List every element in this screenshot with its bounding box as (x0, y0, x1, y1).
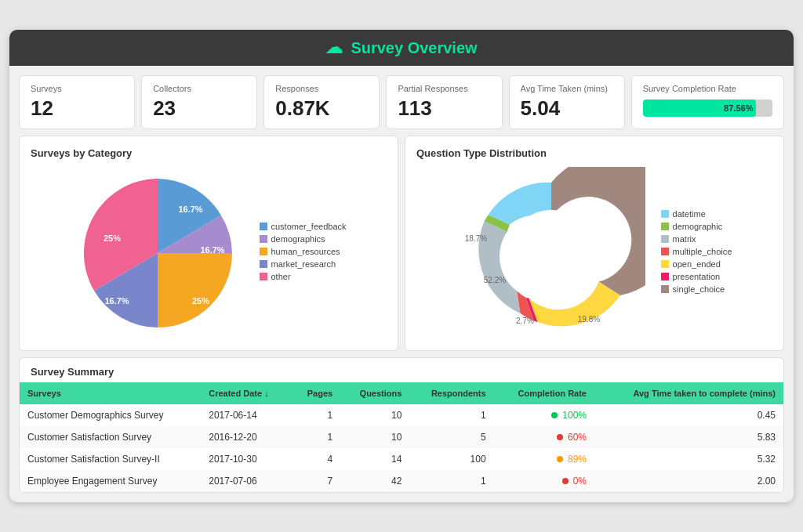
donut-legend: datetimedemographicmatrixmultiple_choice… (661, 209, 732, 297)
table-title: Survey Summary (20, 358, 783, 382)
metric-card-4: Avg Time Taken (mins)5.04 (509, 75, 625, 129)
legend-color (260, 235, 267, 243)
svg-text:16.7%: 16.7% (200, 245, 224, 255)
table-cell-3-2: 7 (291, 470, 340, 492)
table-cell-0-3: 10 (340, 404, 409, 426)
legend-color (661, 235, 669, 243)
table-cell-3-4: 1 (409, 470, 493, 492)
table-cell-1-3: 10 (340, 426, 409, 448)
legend-label: demographic (673, 222, 723, 231)
svg-text:25%: 25% (103, 233, 120, 243)
table-cell-2-4: 100 (409, 448, 493, 470)
legend-color (260, 260, 267, 268)
table-cell-0-5: 100% (494, 404, 594, 426)
table-header-3: Questions (340, 382, 409, 404)
progress-bar-container: 87.56% (643, 100, 772, 117)
legend-label: datetime (673, 209, 706, 219)
metric-value-3: 113 (398, 96, 490, 121)
metric-card-5: Survey Completion Rate87.56% (631, 75, 784, 129)
legend-item: market_research (260, 259, 347, 269)
legend-label: other (271, 272, 291, 281)
donut-chart-title: Question Type Distribution (416, 147, 772, 159)
completion-cell: 100% (502, 410, 587, 421)
svg-text:16.7%: 16.7% (104, 296, 129, 306)
metric-label-2: Responses (275, 84, 368, 93)
table-cell-1-0: Customer Satisfaction Survey (20, 426, 201, 448)
table-cell-3-6: 2.00 (594, 470, 783, 492)
legend-label: multiple_choice (673, 247, 732, 256)
metrics-row: Surveys12Collectors23Responses0.87KParti… (9, 66, 794, 136)
legend-label: presentation (673, 272, 721, 281)
charts-row: Surveys by Category 16.7% 16.7% (9, 136, 794, 357)
legend-label: customer_feedback (271, 222, 347, 231)
completion-dot (557, 456, 563, 462)
completion-cell: 89% (502, 454, 587, 465)
table-section: Survey Summary SurveysCreated Date ↓Page… (9, 357, 794, 502)
table-row: Employee Engagement Survey2017-07-067421… (20, 470, 783, 492)
metric-card-1: Collectors23 (141, 75, 257, 129)
table-body: Customer Demographics Survey2017-06-1411… (20, 404, 783, 492)
table-cell-3-3: 42 (340, 470, 409, 492)
table-cell-3-1: 2017-07-06 (201, 470, 291, 492)
table-cell-2-5: 89% (494, 448, 594, 470)
legend-item: human_resources (260, 247, 347, 256)
legend-color (260, 248, 267, 255)
surveys-by-category-card: Surveys by Category 16.7% 16.7% (19, 136, 398, 351)
table-row: Customer Satisfaction Survey2016-12-2011… (20, 426, 783, 448)
legend-item: other (260, 272, 347, 281)
completion-pct: 100% (562, 410, 587, 421)
metric-label-5: Survey Completion Rate (643, 84, 772, 93)
legend-color (260, 273, 267, 280)
svg-text:18.7%: 18.7% (464, 234, 486, 243)
table-cell-2-6: 5.32 (594, 448, 783, 470)
pie-chart-title: Surveys by Category (31, 147, 387, 159)
legend-item: open_ended (661, 259, 732, 269)
legend-color (661, 260, 669, 268)
table-cell-2-1: 2017-10-30 (201, 448, 291, 470)
donut-chart-inner: 52.2% 19.8% 2.7% 18.7% datetimedemograph… (416, 167, 772, 339)
table-header: SurveysCreated Date ↓PagesQuestionsRespo… (20, 382, 783, 404)
svg-text:25%: 25% (191, 296, 209, 306)
metric-label-1: Collectors (153, 84, 245, 93)
table-cell-3-0: Employee Engagement Survey (20, 470, 201, 492)
table-row: Customer Demographics Survey2017-06-1411… (20, 404, 783, 426)
svg-text:16.7%: 16.7% (178, 204, 202, 214)
pie-chart-svg: 16.7% 16.7% 25% 16.7% 25% (71, 167, 244, 339)
metric-label-0: Surveys (31, 84, 123, 93)
completion-cell: 0% (502, 476, 587, 487)
table-cell-2-0: Customer Satisfaction Survey-II (20, 448, 201, 470)
table-cell-0-0: Customer Demographics Survey (20, 404, 201, 426)
metric-value-1: 23 (153, 96, 245, 121)
legend-color (661, 223, 669, 230)
table-cell-1-1: 2016-12-20 (201, 426, 291, 448)
table-row: Customer Satisfaction Survey-II2017-10-3… (20, 448, 783, 470)
completion-cell: 60% (502, 432, 587, 443)
legend-color (260, 223, 267, 230)
legend-color (661, 210, 669, 218)
legend-item: customer_feedback (260, 222, 347, 231)
table-header-1: Created Date ↓ (201, 382, 291, 404)
table-cell-2-3: 14 (340, 448, 409, 470)
metric-label-3: Partial Responses (398, 84, 490, 93)
header: ☁ Survey Overview (9, 30, 794, 66)
table-cell-0-4: 1 (409, 404, 493, 426)
legend-item: multiple_choice (661, 247, 732, 256)
metric-card-2: Responses0.87K (263, 75, 380, 129)
table-cell-1-2: 1 (291, 426, 340, 448)
metric-card-3: Partial Responses113 (386, 75, 502, 129)
metric-value-0: 12 (31, 96, 123, 121)
progress-bar-text: 87.56% (724, 103, 753, 113)
legend-item: presentation (661, 272, 732, 281)
legend-color (661, 285, 669, 293)
table-cell-0-1: 2017-06-14 (201, 404, 291, 426)
metric-card-0: Surveys12 (19, 75, 135, 129)
legend-color (661, 248, 669, 255)
svg-text:2.7%: 2.7% (516, 317, 534, 325)
svg-text:52.2%: 52.2% (483, 276, 505, 284)
donut-wrapper: 52.2% 19.8% 2.7% 18.7% (457, 167, 645, 339)
table-header-5: Completion Rate (494, 382, 594, 404)
legend-label: matrix (673, 234, 696, 244)
table-cell-1-6: 5.83 (594, 426, 783, 448)
page-title: Survey Overview (351, 39, 477, 57)
pie-legend: customer_feedbackdemographicshuman_resou… (260, 222, 347, 284)
